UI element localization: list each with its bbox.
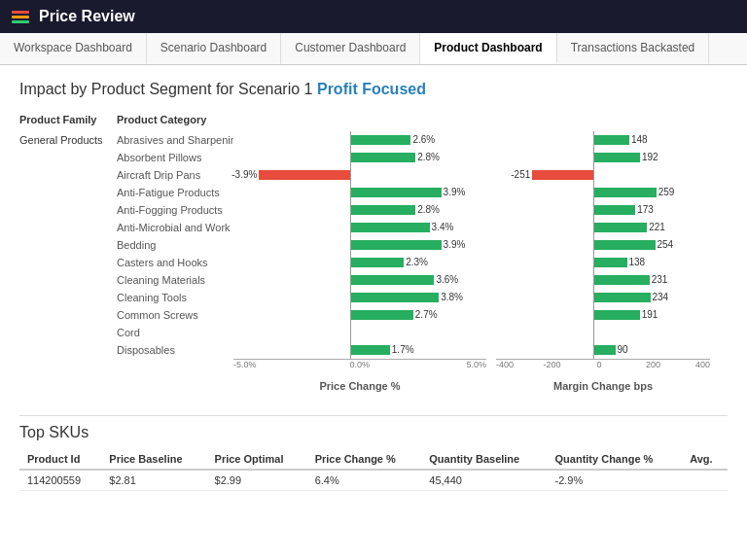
label-category: Cleaning Materials <box>117 274 233 286</box>
heading-prefix: Impact by Product Segment for Scenario <box>19 81 300 97</box>
sku-avg <box>682 470 728 491</box>
tab-workspace[interactable]: Workspace Dashboard <box>0 33 147 64</box>
sku-table-row: 114200559 $2.81 $2.99 6.4% 45,440 -2.9% <box>19 470 728 491</box>
label-category: Anti-Fatigue Products <box>117 187 233 198</box>
price-bar-row: -3.9% <box>233 166 467 184</box>
price-change-chart: 2.6%2.8%-3.9%3.9%2.8%3.4%3.9%2.3%3.6%3.8… <box>233 114 486 396</box>
scenario-number: 1 <box>304 81 313 97</box>
chart-label-row: Casters and Hooks <box>19 254 233 271</box>
scenario-name: Profit Focused <box>317 81 426 97</box>
col-category-header: Product Category <box>117 114 233 125</box>
sku-price-baseline: $2.81 <box>101 470 206 491</box>
sku-table-body: 114200559 $2.81 $2.99 6.4% 45,440 -2.9% <box>19 470 728 491</box>
price-bar-row: 2.8% <box>233 149 467 166</box>
chart-label-row: General Products Abrasives and Sharpenin… <box>19 131 233 149</box>
margin-axis-n400: -400 <box>496 360 514 369</box>
margin-bar-row: 254 <box>496 236 691 254</box>
col-price-change: Price Change % <box>307 449 422 470</box>
tab-scenario[interactable]: Scenario Dashboard <box>147 33 281 64</box>
label-category: Disposables <box>117 344 233 356</box>
label-category: Aircraft Drip Pans <box>117 169 233 181</box>
price-axis-zero: 0.0% <box>350 360 371 369</box>
chart-label-row: Aircraft Drip Pans <box>19 166 233 184</box>
col-qty-baseline: Quantity Baseline <box>421 449 547 470</box>
page-heading: Impact by Product Segment for Scenario 1… <box>19 81 728 98</box>
margin-bar-row: -251 <box>496 166 691 184</box>
margin-chart-title: Margin Change bps <box>496 380 710 392</box>
app-title: Price Review <box>39 8 135 25</box>
label-family: General Products <box>19 134 117 146</box>
col-product-id: Product Id <box>19 449 101 470</box>
chart-labels: Product Family Product Category General … <box>19 114 233 396</box>
margin-axis-n200: -200 <box>543 360 560 369</box>
chart-label-row: Anti-Microbial and Work Gloves <box>19 219 233 236</box>
label-category: Anti-Microbial and Work Gloves <box>117 222 233 233</box>
sku-qty-baseline: 45,440 <box>421 470 547 491</box>
col-qty-change: Quantity Change % <box>548 449 683 470</box>
margin-value-label: 138 <box>629 257 646 267</box>
price-value-label: -3.9% <box>231 169 257 180</box>
margin-bar-row: 173 <box>496 201 691 219</box>
price-bar-row: 3.6% <box>233 271 467 289</box>
sku-price-change-pct: 6.4% <box>307 470 422 491</box>
margin-bar-row: 231 <box>496 271 691 289</box>
app-logo-icon <box>12 11 29 23</box>
price-bar-row: 2.8% <box>233 201 467 219</box>
margin-bar-row <box>496 324 691 341</box>
app-header: Price Review <box>0 0 747 33</box>
sku-qty-change-pct: -2.9% <box>548 470 683 491</box>
price-bar-row: 3.9% <box>233 236 467 254</box>
main-content: Impact by Product Segment for Scenario 1… <box>0 65 747 507</box>
price-value-label: 2.8% <box>417 204 440 215</box>
margin-value-label: 221 <box>649 222 665 232</box>
margin-value-label: 148 <box>631 134 648 145</box>
price-bar-rows: 2.6%2.8%-3.9%3.9%2.8%3.4%3.9%2.3%3.6%3.8… <box>233 131 486 359</box>
margin-bar-row: 259 <box>496 184 691 201</box>
sku-table: Product Id Price Baseline Price Optimal … <box>19 449 728 491</box>
chart-label-row: Anti-Fatigue Products <box>19 184 233 201</box>
tab-product[interactable]: Product Dashboard <box>420 33 556 64</box>
chart-label-row: Common Screws <box>19 306 233 324</box>
price-bar-row <box>233 324 467 341</box>
price-bar-row: 2.7% <box>233 306 467 324</box>
section-divider <box>19 415 728 416</box>
price-value-label: 2.7% <box>415 309 438 320</box>
chart-section: Product Family Product Category General … <box>19 114 728 396</box>
sku-product-id: 114200559 <box>19 470 101 491</box>
col-price-optimal: Price Optimal <box>207 449 307 470</box>
price-bar-row: 2.6% <box>233 131 467 149</box>
col-family-header: Product Family <box>19 114 117 125</box>
price-bar-row: 3.4% <box>233 219 467 236</box>
chart-label-row: Disposables <box>19 341 233 359</box>
price-value-label: 3.8% <box>441 292 463 302</box>
chart-label-row: Cleaning Tools <box>19 289 233 306</box>
label-category: Casters and Hooks <box>117 257 233 268</box>
tab-transactions[interactable]: Transactions Backasted <box>557 33 710 64</box>
col-avg: Avg. <box>682 449 728 470</box>
label-category: Bedding <box>117 239 233 251</box>
label-category: Cleaning Tools <box>117 292 233 303</box>
margin-bar-row: 221 <box>496 219 691 236</box>
price-axis-min: -5.0% <box>233 360 257 369</box>
margin-value-label: 254 <box>658 239 674 250</box>
chart-label-row: Cord <box>19 324 233 341</box>
margin-value-label: 259 <box>658 187 675 197</box>
label-category: Cord <box>117 327 233 338</box>
label-category: Common Screws <box>117 309 233 321</box>
nav-tabs: Workspace Dashboard Scenario Dashboard C… <box>0 33 747 65</box>
margin-value-label: 231 <box>652 274 668 285</box>
tab-customer[interactable]: Customer Dashboard <box>281 33 420 64</box>
chart-label-row: Bedding <box>19 236 233 254</box>
chart-label-row: Cleaning Materials <box>19 271 233 289</box>
margin-bar-row: 234 <box>496 289 691 306</box>
price-value-label: 2.8% <box>417 152 440 162</box>
sku-price-optimal: $2.99 <box>207 470 307 491</box>
price-value-label: 2.3% <box>406 257 428 267</box>
margin-bar-rows: 148192-25125917322125413823123419190 <box>496 131 710 359</box>
price-bar-row: 2.3% <box>233 254 467 271</box>
price-bar-row: 3.9% <box>233 184 467 201</box>
price-value-label: 2.6% <box>412 134 435 145</box>
chart-label-headers: Product Family Product Category <box>19 114 233 127</box>
chart-label-rows: General Products Abrasives and Sharpenin… <box>19 131 233 359</box>
price-value-label: 1.7% <box>392 344 414 355</box>
